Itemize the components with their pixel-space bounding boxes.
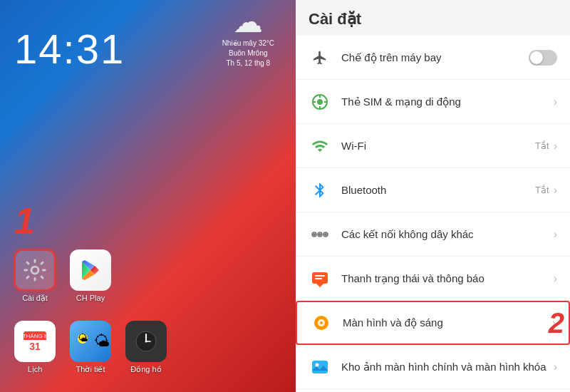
- settings-item-wifi[interactable]: Wi-Fi Tắt ›: [296, 124, 570, 168]
- app-grid-bottom: 31 THÁNG 8 Lịch ☀ 🌤 🌤 Thời tiết: [14, 321, 167, 374]
- clock-svg: [134, 329, 158, 354]
- bluetooth-label: Bluetooth: [341, 183, 529, 197]
- weather-app-icon-wrapper[interactable]: ☀ 🌤 🌤: [70, 321, 111, 362]
- phone-screen: ☁ Nhiều mây 32°C Buôn Mrông Th 5, 12 thg…: [0, 0, 296, 392]
- svg-point-16: [317, 99, 323, 105]
- weather-app[interactable]: ☀ 🌤 🌤 Thời tiết: [70, 321, 111, 374]
- settings-app[interactable]: Cài đặt: [14, 249, 56, 303]
- airplane-label: Chế độ trên máy bay: [341, 51, 523, 65]
- calendar-app-label: Lịch: [28, 365, 43, 374]
- wifi-chevron: ›: [554, 140, 557, 153]
- notification-icon: [309, 267, 331, 290]
- svg-rect-26: [324, 233, 327, 236]
- svg-rect-24: [313, 233, 316, 236]
- clock-display: 14:31: [14, 25, 125, 73]
- step-1-label: 1: [14, 200, 35, 242]
- svg-point-0: [31, 267, 38, 274]
- network-icon: [309, 223, 331, 246]
- step-2-label: 2: [549, 307, 564, 339]
- calendar-icon-wrapper[interactable]: 31 THÁNG 8: [14, 321, 56, 362]
- chplay-icon[interactable]: [70, 249, 111, 291]
- svg-rect-29: [315, 278, 322, 279]
- wallpaper-chevron: ›: [554, 361, 557, 373]
- settings-item-sim[interactable]: Thẻ SIM & mạng di động ›: [296, 80, 570, 124]
- chplay-svg: [79, 259, 102, 282]
- wifi-label: Wi-Fi: [341, 139, 529, 153]
- calendar-app[interactable]: 31 THÁNG 8 Lịch: [14, 321, 56, 374]
- svg-text:31: 31: [29, 341, 41, 352]
- display-chevron: ›: [552, 316, 556, 329]
- wifi-icon: [309, 135, 331, 158]
- weather-icon: ☁: [222, 7, 274, 37]
- chplay-app[interactable]: CH Play: [70, 249, 111, 303]
- settings-item-network[interactable]: Các kết nối không dây khác ›: [296, 212, 570, 257]
- app-grid-top: Cài đặt: [14, 249, 111, 303]
- svg-rect-33: [312, 361, 328, 373]
- airplane-svg: [312, 50, 328, 66]
- settings-panel: Cài đặt Chế độ trên máy bay: [296, 0, 570, 392]
- svg-rect-25: [318, 233, 321, 236]
- svg-text:THÁNG 8: THÁNG 8: [23, 333, 48, 339]
- settings-app-label: Cài đặt: [22, 294, 48, 303]
- settings-item-bluetooth[interactable]: Bluetooth Tắt ›: [296, 168, 570, 212]
- wallpaper-svg: [311, 358, 329, 376]
- settings-item-notification[interactable]: Thanh trạng thái và thông báo ›: [296, 257, 570, 301]
- wifi-svg: [311, 138, 328, 155]
- calendar-svg: 31 THÁNG 8: [22, 329, 48, 354]
- notification-svg: [311, 269, 329, 288]
- svg-point-34: [316, 363, 319, 366]
- bluetooth-icon: [309, 179, 331, 202]
- weather-app-label: Thời tiết: [76, 365, 105, 374]
- settings-item-sound[interactable]: Âm thanh & Rung ›: [296, 389, 570, 392]
- settings-gear-svg: [23, 258, 47, 282]
- bluetooth-svg: [311, 182, 328, 199]
- network-svg: [311, 225, 329, 244]
- sim-chevron: ›: [554, 96, 557, 108]
- network-label: Các kết nối không dây khác: [341, 227, 549, 242]
- notification-label: Thanh trạng thái và thông báo: [341, 272, 549, 286]
- display-icon: [310, 311, 333, 334]
- airplane-toggle[interactable]: [529, 50, 557, 66]
- notification-chevron: ›: [554, 272, 557, 285]
- settings-item-display[interactable]: Màn hình và độ sáng › 2: [296, 301, 570, 345]
- weather-widget: ☁ Nhiều mây 32°C Buôn Mrông Th 5, 12 thg…: [222, 7, 274, 68]
- svg-text:🌤: 🌤: [78, 332, 88, 344]
- airplane-icon: [309, 46, 331, 69]
- svg-point-32: [320, 321, 323, 324]
- weather-temp: Nhiều mây 32°C: [222, 39, 274, 47]
- weather-app-svg: ☀ 🌤: [71, 330, 94, 353]
- bluetooth-chevron: ›: [554, 184, 557, 197]
- sim-icon: [309, 91, 331, 113]
- clock-app[interactable]: Đồng hồ: [125, 321, 167, 374]
- weather-info: Nhiều mây 32°C Buôn Mrông Th 5, 12 thg 8: [222, 38, 274, 68]
- weather-date: Th 5, 12 thg 8: [226, 59, 270, 67]
- clock-app-label: Đồng hồ: [130, 365, 161, 374]
- settings-item-wallpaper[interactable]: Kho ảnh màn hình chính và màn hình khóa …: [296, 345, 570, 389]
- network-chevron: ›: [554, 228, 557, 241]
- display-svg: [312, 314, 331, 332]
- settings-list: Chế độ trên máy bay Thẻ SIM & mạng di độ…: [296, 36, 570, 392]
- sim-svg: [311, 93, 328, 110]
- display-label: Màn hình và độ sáng: [343, 316, 548, 330]
- settings-item-airplane[interactable]: Chế độ trên máy bay: [296, 36, 570, 80]
- settings-app-icon[interactable]: [14, 249, 56, 291]
- clock-icon-wrapper[interactable]: [125, 321, 167, 362]
- wifi-status: Tắt: [535, 140, 549, 151]
- chplay-app-label: CH Play: [76, 294, 105, 302]
- weather-location: Buôn Mrông: [229, 49, 267, 57]
- svg-rect-28: [315, 275, 325, 277]
- wallpaper-label: Kho ảnh màn hình chính và màn hình khóa: [341, 360, 549, 374]
- wallpaper-icon: [309, 356, 331, 378]
- settings-title: Cài đặt: [296, 0, 570, 36]
- bluetooth-status: Tắt: [535, 185, 549, 195]
- sim-label: Thẻ SIM & mạng di động: [341, 95, 549, 109]
